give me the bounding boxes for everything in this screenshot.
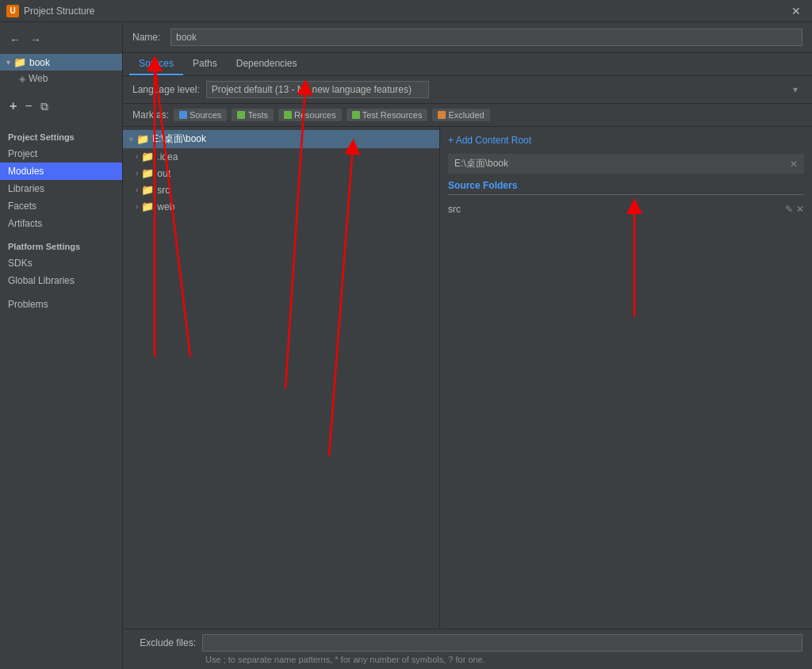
mark-as-test-resources[interactable]: Test Resources [347, 109, 428, 121]
module-book-label: book [29, 57, 50, 68]
exclude-input[interactable] [202, 634, 802, 652]
tree-item-book-root[interactable]: ▾ 📁 E:\桌面\book [123, 130, 439, 148]
language-level-select[interactable]: Project default (13 - No new language fe… [206, 81, 429, 98]
sidebar-item-problems[interactable]: Problems [0, 296, 122, 313]
exclude-row: Exclude files: [132, 634, 802, 652]
mark-as-excluded[interactable]: Excluded [432, 109, 489, 121]
source-folder-path: src [448, 204, 461, 215]
content-root-path: E:\桌面\book [454, 157, 508, 170]
mark-as-label: Mark as: [132, 109, 169, 120]
language-level-row: Language level: Project default (13 - No… [123, 76, 812, 104]
delete-source-folder-button[interactable]: ✕ [796, 204, 804, 215]
tree-item-book-root-label: E:\桌面\book [152, 132, 206, 146]
source-folder-item-src: src ✎ ✕ [448, 201, 804, 217]
module-web-icon: ◈ [19, 74, 25, 84]
source-folders-header: Source Folders [448, 180, 804, 195]
folder-orange-icon-2: 📁 [141, 167, 154, 179]
nav-toolbar: ← → [0, 29, 122, 51]
file-tree: ▾ 📁 E:\桌面\book › 📁 .idea › 📁 out [123, 127, 440, 629]
platform-settings-header: Platform Settings [0, 239, 122, 254]
remove-button[interactable]: − [21, 97, 35, 115]
module-web[interactable]: ◈ Web [0, 71, 122, 86]
name-row: Name: [123, 22, 812, 53]
hint-text: Use ; to separate name patterns, * for a… [132, 655, 802, 664]
add-content-root-button[interactable]: + Add Content Root [448, 133, 804, 147]
edit-source-folder-button[interactable]: ✎ [785, 204, 793, 215]
folder-orange-icon-3: 📁 [141, 201, 154, 212]
sidebar: ← → ▾ 📁 book ◈ Web + − ⧉ Project [0, 22, 123, 669]
sidebar-item-sdks[interactable]: SDKs [0, 254, 122, 272]
mark-as-sources[interactable]: Sources [174, 109, 227, 121]
sidebar-item-project[interactable]: Project [0, 145, 122, 162]
tree-item-idea[interactable]: › 📁 .idea [123, 148, 439, 165]
window-title: Project Structure [24, 6, 94, 17]
chevron-collapsed-icon-4: › [136, 202, 138, 211]
tree-item-web[interactable]: › 📁 web [123, 198, 439, 215]
sidebar-item-modules[interactable]: Modules [0, 162, 122, 180]
language-level-label: Language level: [132, 84, 200, 95]
tree-item-src[interactable]: › 📁 src [123, 182, 439, 198]
tree-item-out[interactable]: › 📁 out [123, 165, 439, 182]
module-book[interactable]: ▾ 📁 book [0, 54, 122, 71]
excluded-dot [438, 111, 446, 119]
close-button[interactable]: ✕ [787, 3, 806, 19]
chevron-down-icon: ▾ [6, 58, 10, 67]
tree-item-src-label: src [157, 185, 170, 196]
tree-item-out-label: out [157, 168, 170, 179]
sidebar-item-artifacts[interactable]: Artifacts [0, 215, 122, 232]
sidebar-item-libraries[interactable]: Libraries [0, 180, 122, 197]
title-bar: U Project Structure ✕ [0, 0, 812, 22]
bottom-row: Exclude files: Use ; to separate name pa… [123, 629, 812, 669]
exclude-label: Exclude files: [132, 637, 196, 648]
chevron-collapsed-icon-2: › [136, 169, 138, 178]
tree-item-web-label: web [157, 201, 174, 212]
add-button[interactable]: + [6, 97, 20, 115]
mark-as-row: Mark as: Sources Tests Resources Test Re… [123, 104, 812, 127]
folder-blue-icon: 📁 [136, 133, 149, 145]
forward-button[interactable]: → [27, 32, 44, 48]
app-icon: U [6, 5, 19, 17]
right-panel: + Add Content Root E:\桌面\book ✕ Source F… [440, 127, 812, 629]
tab-dependencies[interactable]: Dependencies [227, 53, 307, 75]
resources-dot [284, 111, 292, 119]
tests-dot [237, 111, 245, 119]
content-root-entry: E:\桌面\book ✕ [448, 154, 804, 174]
name-input[interactable] [170, 29, 802, 46]
chevron-collapsed-icon: › [136, 152, 138, 161]
module-web-label: Web [29, 73, 48, 84]
tab-sources[interactable]: Sources [129, 53, 183, 75]
project-settings-header: Project Settings [0, 129, 122, 145]
mark-as-resources[interactable]: Resources [278, 109, 342, 121]
sources-dot [179, 111, 187, 119]
sidebar-item-facets[interactable]: Facets [0, 197, 122, 215]
name-label: Name: [132, 32, 164, 43]
main-content: Name: Sources Paths Dependencies Languag… [123, 22, 812, 669]
content-root-close-button[interactable]: ✕ [790, 159, 798, 170]
test-resources-dot [352, 111, 360, 119]
copy-button[interactable]: ⧉ [37, 98, 52, 115]
folder-icon: 📁 [13, 56, 26, 68]
source-folder-actions: ✎ ✕ [785, 204, 804, 215]
sidebar-item-global-libraries[interactable]: Global Libraries [0, 272, 122, 289]
chevron-collapsed-icon-3: › [136, 185, 138, 194]
tabs: Sources Paths Dependencies [123, 53, 812, 76]
chevron-icon: ▾ [129, 135, 133, 143]
mark-as-tests[interactable]: Tests [232, 109, 274, 121]
folder-orange-icon: 📁 [141, 151, 154, 162]
tab-paths[interactable]: Paths [183, 53, 227, 75]
content-body: ▾ 📁 E:\桌面\book › 📁 .idea › 📁 out [123, 127, 812, 629]
back-button[interactable]: ← [6, 32, 24, 48]
folder-blue-icon-2: 📁 [141, 184, 154, 196]
tree-item-idea-label: .idea [157, 151, 178, 162]
